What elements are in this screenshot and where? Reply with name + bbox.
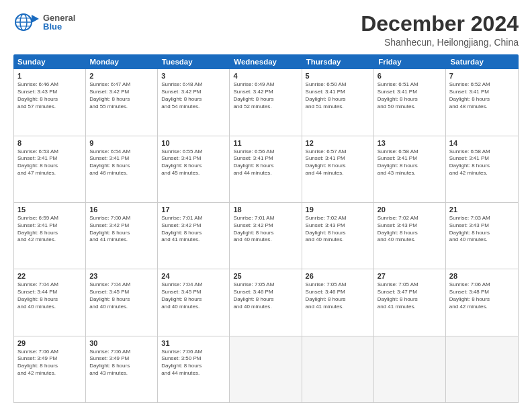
cal-header-monday: Monday [85, 54, 157, 69]
cal-cell: 15Sunrise: 6:59 AMSunset: 3:41 PMDayligh… [14, 203, 86, 269]
cal-cell [230, 336, 302, 402]
day-number: 27 [378, 272, 442, 280]
day-number: 29 [17, 339, 82, 347]
cell-info: Sunrise: 7:04 AMSunset: 3:44 PMDaylight:… [17, 281, 82, 310]
page: General Blue December 2024 Shanhecun, He… [0, 0, 532, 411]
day-number: 20 [378, 205, 442, 214]
cell-info: Sunrise: 6:55 AMSunset: 3:41 PMDaylight:… [161, 148, 226, 177]
cell-info: Sunrise: 6:52 AMSunset: 3:41 PMDaylight:… [449, 81, 515, 110]
title-block: December 2024 Shanhecun, Heilongjiang, C… [361, 12, 519, 48]
cal-cell: 7Sunrise: 6:52 AMSunset: 3:41 PMDaylight… [446, 69, 518, 135]
cell-info: Sunrise: 6:51 AMSunset: 3:41 PMDaylight:… [378, 81, 442, 110]
day-number: 15 [17, 205, 82, 214]
cal-cell: 10Sunrise: 6:55 AMSunset: 3:41 PMDayligh… [158, 136, 230, 202]
cell-info: Sunrise: 7:01 AMSunset: 3:42 PMDaylight:… [161, 215, 226, 244]
cal-cell: 16Sunrise: 7:00 AMSunset: 3:42 PMDayligh… [86, 203, 158, 269]
day-number: 19 [306, 205, 370, 214]
cell-info: Sunrise: 6:47 AMSunset: 3:42 PMDaylight:… [89, 81, 154, 110]
day-number: 16 [89, 205, 154, 214]
cell-info: Sunrise: 7:00 AMSunset: 3:42 PMDaylight:… [89, 215, 154, 244]
calendar: SundayMondayTuesdayWednesdayThursdayFrid… [13, 54, 519, 403]
cal-header-tuesday: Tuesday [158, 54, 230, 69]
cell-info: Sunrise: 6:56 AMSunset: 3:41 PMDaylight:… [233, 148, 298, 177]
day-number: 8 [17, 139, 82, 147]
day-number: 4 [233, 72, 298, 80]
cal-cell: 24Sunrise: 7:04 AMSunset: 3:45 PMDayligh… [158, 269, 230, 335]
logo-blue-text: Blue [43, 22, 75, 31]
cal-row-2: 8Sunrise: 6:53 AMSunset: 3:41 PMDaylight… [14, 136, 518, 203]
cell-info: Sunrise: 6:57 AMSunset: 3:41 PMDaylight:… [306, 148, 370, 177]
cal-row-1: 1Sunrise: 6:46 AMSunset: 3:43 PMDaylight… [14, 69, 518, 136]
day-number: 17 [161, 205, 226, 214]
cell-info: Sunrise: 7:06 AMSunset: 3:48 PMDaylight:… [449, 281, 515, 310]
cal-cell: 31Sunrise: 7:06 AMSunset: 3:50 PMDayligh… [158, 336, 230, 402]
cal-cell [374, 336, 446, 402]
day-number: 10 [161, 139, 226, 147]
cal-cell: 3Sunrise: 6:48 AMSunset: 3:42 PMDaylight… [158, 69, 230, 135]
cell-info: Sunrise: 6:53 AMSunset: 3:41 PMDaylight:… [17, 148, 82, 177]
day-number: 3 [161, 72, 226, 80]
cal-cell: 6Sunrise: 6:51 AMSunset: 3:41 PMDaylight… [374, 69, 446, 135]
cell-info: Sunrise: 6:58 AMSunset: 3:41 PMDaylight:… [449, 148, 515, 177]
cal-cell [302, 336, 374, 402]
cell-info: Sunrise: 6:58 AMSunset: 3:41 PMDaylight:… [378, 148, 442, 177]
day-number: 30 [89, 339, 154, 347]
cal-cell: 14Sunrise: 6:58 AMSunset: 3:41 PMDayligh… [446, 136, 518, 202]
day-number: 13 [378, 139, 442, 147]
cal-cell: 17Sunrise: 7:01 AMSunset: 3:42 PMDayligh… [158, 203, 230, 269]
day-number: 23 [89, 272, 154, 280]
cell-info: Sunrise: 6:48 AMSunset: 3:42 PMDaylight:… [161, 81, 226, 110]
day-number: 21 [449, 205, 515, 214]
location: Shanhecun, Heilongjiang, China [361, 37, 519, 48]
cal-cell: 2Sunrise: 6:47 AMSunset: 3:42 PMDaylight… [86, 69, 158, 135]
cell-info: Sunrise: 7:04 AMSunset: 3:45 PMDaylight:… [161, 281, 226, 310]
day-number: 28 [449, 272, 515, 280]
cal-cell: 21Sunrise: 7:03 AMSunset: 3:43 PMDayligh… [446, 203, 518, 269]
day-number: 31 [161, 339, 226, 347]
cell-info: Sunrise: 7:02 AMSunset: 3:43 PMDaylight:… [306, 215, 370, 244]
cal-cell [446, 336, 518, 402]
day-number: 2 [89, 72, 154, 80]
cal-header-sunday: Sunday [13, 54, 85, 69]
cell-info: Sunrise: 7:05 AMSunset: 3:46 PMDaylight:… [233, 281, 298, 310]
cell-info: Sunrise: 6:46 AMSunset: 3:43 PMDaylight:… [17, 81, 82, 110]
cal-cell: 29Sunrise: 7:06 AMSunset: 3:49 PMDayligh… [14, 336, 86, 402]
day-number: 26 [306, 272, 370, 280]
cell-info: Sunrise: 6:49 AMSunset: 3:42 PMDaylight:… [233, 81, 298, 110]
cal-cell: 5Sunrise: 6:50 AMSunset: 3:41 PMDaylight… [302, 69, 374, 135]
header: General Blue December 2024 Shanhecun, He… [13, 12, 519, 48]
cal-header-thursday: Thursday [302, 54, 374, 69]
day-number: 18 [233, 205, 298, 214]
cal-cell: 20Sunrise: 7:02 AMSunset: 3:43 PMDayligh… [374, 203, 446, 269]
cal-cell: 13Sunrise: 6:58 AMSunset: 3:41 PMDayligh… [374, 136, 446, 202]
calendar-header: SundayMondayTuesdayWednesdayThursdayFrid… [13, 54, 519, 69]
cell-info: Sunrise: 7:06 AMSunset: 3:49 PMDaylight:… [17, 349, 82, 377]
cal-cell: 28Sunrise: 7:06 AMSunset: 3:48 PMDayligh… [446, 269, 518, 335]
day-number: 25 [233, 272, 298, 280]
cal-row-5: 29Sunrise: 7:06 AMSunset: 3:49 PMDayligh… [14, 336, 518, 402]
logo-icon [13, 12, 40, 32]
day-number: 22 [17, 272, 82, 280]
cal-cell: 11Sunrise: 6:56 AMSunset: 3:41 PMDayligh… [230, 136, 302, 202]
month-title: December 2024 [361, 12, 519, 36]
cal-cell: 4Sunrise: 6:49 AMSunset: 3:42 PMDaylight… [230, 69, 302, 135]
cell-info: Sunrise: 7:03 AMSunset: 3:43 PMDaylight:… [449, 215, 515, 244]
cal-cell: 1Sunrise: 6:46 AMSunset: 3:43 PMDaylight… [14, 69, 86, 135]
day-number: 5 [306, 72, 370, 80]
cal-row-3: 15Sunrise: 6:59 AMSunset: 3:41 PMDayligh… [14, 203, 518, 269]
svg-marker-5 [32, 15, 39, 23]
cell-info: Sunrise: 7:06 AMSunset: 3:49 PMDaylight:… [89, 349, 154, 377]
cal-cell: 26Sunrise: 7:05 AMSunset: 3:46 PMDayligh… [302, 269, 374, 335]
cal-row-4: 22Sunrise: 7:04 AMSunset: 3:44 PMDayligh… [14, 269, 518, 336]
day-number: 24 [161, 272, 226, 280]
day-number: 12 [306, 139, 370, 147]
day-number: 6 [378, 72, 442, 80]
cell-info: Sunrise: 7:02 AMSunset: 3:43 PMDaylight:… [378, 215, 442, 244]
cal-header-wednesday: Wednesday [230, 54, 302, 69]
cell-info: Sunrise: 7:06 AMSunset: 3:50 PMDaylight:… [161, 349, 226, 377]
logo-text: General Blue [43, 13, 75, 31]
cal-cell: 25Sunrise: 7:05 AMSunset: 3:46 PMDayligh… [230, 269, 302, 335]
cell-info: Sunrise: 7:01 AMSunset: 3:42 PMDaylight:… [233, 215, 298, 244]
cell-info: Sunrise: 6:54 AMSunset: 3:41 PMDaylight:… [89, 148, 154, 177]
cell-info: Sunrise: 7:04 AMSunset: 3:45 PMDaylight:… [89, 281, 154, 310]
